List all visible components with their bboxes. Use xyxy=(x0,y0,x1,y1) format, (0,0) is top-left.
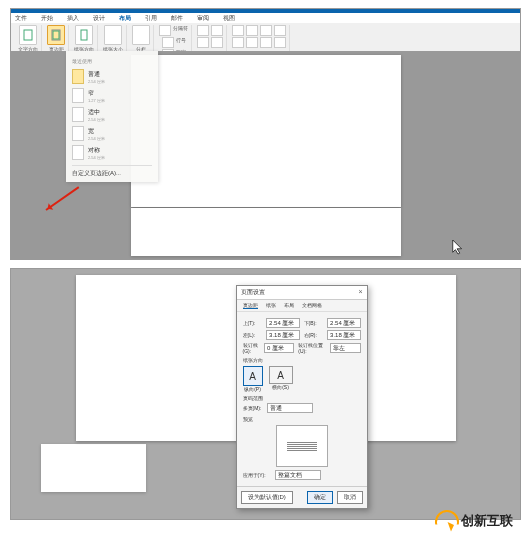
pages-section-label: 页码范围 xyxy=(243,395,361,401)
watermark-text: 创新互联 xyxy=(461,512,513,528)
tab-insert[interactable]: 插入 xyxy=(67,14,79,23)
margin-preview-icon xyxy=(72,126,84,141)
orientation-button[interactable] xyxy=(75,25,93,45)
ribbon-group-orientation: 纸张方向 xyxy=(71,25,98,53)
watermark: 创新互联 xyxy=(435,510,513,528)
margin-preview-icon xyxy=(72,88,84,103)
margin-option-wide[interactable]: 宽2.54 厘米 xyxy=(72,124,152,143)
top-margin-label: 上(T): xyxy=(243,320,263,326)
cancel-button[interactable]: 取消 xyxy=(337,491,363,504)
margins-dropdown-menu: 最近使用 普通2.54 厘米 窄1.27 厘米 适中2.54 厘米 宽2.54 … xyxy=(66,51,158,182)
ribbon-group-para xyxy=(194,25,227,53)
group-button[interactable] xyxy=(260,37,272,48)
margin-option-mirrored[interactable]: 对称2.54 厘米 xyxy=(72,143,152,162)
set-default-button[interactable]: 设为默认值(D) xyxy=(241,491,293,504)
ribbon-group-text-dir: 文字方向 xyxy=(15,25,42,53)
tab-mail[interactable]: 邮件 xyxy=(171,14,183,23)
dialog-footer: 设为默认值(D) 确定 取消 xyxy=(237,486,367,508)
breaks-button[interactable] xyxy=(159,25,171,36)
screenshot-2: 页面设置 × 页边距 纸张 布局 文档网格 上(T): 2.54 厘米 下(B)… xyxy=(10,268,521,520)
multi-page-label: 多页(M): xyxy=(243,405,263,411)
margin-option-custom[interactable]: 自定义页边距(A)... xyxy=(72,165,152,178)
ok-button[interactable]: 确定 xyxy=(307,491,333,504)
apply-to-select[interactable]: 整篇文档 xyxy=(275,470,321,480)
left-margin-label: 左(L): xyxy=(243,332,263,338)
screenshot-1: 文件 开始 插入 设计 布局 引用 邮件 审阅 视图 文字方向 页边距 纸张方向… xyxy=(10,8,521,260)
indent-left-button[interactable] xyxy=(197,25,209,36)
multi-page-select[interactable]: 普通 xyxy=(267,403,313,413)
indent-right-button[interactable] xyxy=(211,25,223,36)
backward-button[interactable] xyxy=(274,25,286,36)
left-margin-input[interactable]: 3.18 厘米 xyxy=(266,330,299,340)
ribbon-group-breaks: 分隔符 行号 断字 xyxy=(156,25,192,53)
svg-rect-3 xyxy=(81,30,87,40)
preview-box xyxy=(276,425,328,467)
gutter-pos-select[interactable]: 靠左 xyxy=(330,343,360,353)
rotate-button[interactable] xyxy=(274,37,286,48)
document-page-2[interactable] xyxy=(131,208,401,256)
wrap-button[interactable] xyxy=(246,25,258,36)
dialog-body: 上(T): 2.54 厘米 下(B): 2.54 厘米 左(L): 3.18 厘… xyxy=(237,312,367,486)
paper-size-button[interactable] xyxy=(104,25,122,45)
tab-file[interactable]: 文件 xyxy=(15,14,27,23)
selection-pane-button[interactable] xyxy=(232,37,244,48)
forward-button[interactable] xyxy=(260,25,272,36)
orientation-landscape[interactable]: A横向(S) xyxy=(269,366,293,392)
margin-option-moderate[interactable]: 适中2.54 厘米 xyxy=(72,105,152,124)
spacing-before-button[interactable] xyxy=(197,37,209,48)
text-direction-button[interactable] xyxy=(19,25,37,45)
tab-design[interactable]: 设计 xyxy=(93,14,105,23)
dialog-tab-layout[interactable]: 布局 xyxy=(284,302,294,309)
document-page-2-s2[interactable] xyxy=(41,444,146,492)
margin-option-narrow[interactable]: 窄1.27 厘米 xyxy=(72,86,152,105)
margin-preview-icon xyxy=(72,107,84,122)
tab-review[interactable]: 审阅 xyxy=(197,14,209,23)
bottom-margin-label: 下(B): xyxy=(304,320,324,326)
tab-view[interactable]: 视图 xyxy=(223,14,235,23)
ribbon-group-arrange xyxy=(229,25,290,53)
apply-to-label: 应用于(Y): xyxy=(243,472,271,478)
right-margin-label: 右(R): xyxy=(304,332,324,338)
top-margin-input[interactable]: 2.54 厘米 xyxy=(266,318,299,328)
ribbon-group-size: 纸张大小 xyxy=(100,25,127,53)
menu-section-label: 最近使用 xyxy=(72,58,152,64)
margin-preview-icon xyxy=(72,69,84,84)
ribbon-group-columns: 分栏 xyxy=(129,25,154,53)
bottom-margin-input[interactable]: 2.54 厘米 xyxy=(327,318,360,328)
tab-references[interactable]: 引用 xyxy=(145,14,157,23)
margin-option-normal[interactable]: 普通2.54 厘米 xyxy=(72,67,152,86)
ribbon-tabs: 文件 开始 插入 设计 布局 引用 邮件 审阅 视图 xyxy=(11,13,520,23)
orientation-section-label: 纸张方向 xyxy=(243,357,361,363)
page-setup-dialog: 页面设置 × 页边距 纸张 布局 文档网格 上(T): 2.54 厘米 下(B)… xyxy=(236,285,368,509)
preview-section-label: 预览 xyxy=(243,416,361,422)
gutter-pos-label: 装订线位置(U): xyxy=(298,342,326,354)
align-button[interactable] xyxy=(246,37,258,48)
close-button[interactable]: × xyxy=(358,288,362,297)
dialog-tab-paper[interactable]: 纸张 xyxy=(266,302,276,309)
dialog-tabs: 页边距 纸张 布局 文档网格 xyxy=(237,300,367,312)
dialog-tab-grid[interactable]: 文档网格 xyxy=(302,302,322,309)
dialog-tab-margins[interactable]: 页边距 xyxy=(243,302,258,309)
document-page-s2[interactable]: 页面设置 × 页边距 纸张 布局 文档网格 上(T): 2.54 厘米 下(B)… xyxy=(76,275,456,441)
document-page[interactable] xyxy=(131,55,401,207)
gutter-label: 装订线(G): xyxy=(243,342,260,354)
position-button[interactable] xyxy=(232,25,244,36)
margins-button[interactable] xyxy=(47,25,65,45)
margin-preview-icon xyxy=(72,145,84,160)
gutter-input[interactable]: 0 厘米 xyxy=(264,343,294,353)
ribbon-group-margins: 页边距 xyxy=(44,25,69,53)
svg-rect-0 xyxy=(24,30,32,40)
tab-home[interactable]: 开始 xyxy=(41,14,53,23)
tab-layout[interactable]: 布局 xyxy=(119,14,131,23)
cursor-icon xyxy=(451,238,465,256)
watermark-logo-icon xyxy=(435,510,457,528)
right-margin-input[interactable]: 3.18 厘米 xyxy=(327,330,360,340)
spacing-after-button[interactable] xyxy=(211,37,223,48)
orientation-portrait[interactable]: A纵向(P) xyxy=(243,366,263,392)
columns-button[interactable] xyxy=(132,25,150,45)
dialog-title-bar: 页面设置 × xyxy=(237,286,367,300)
workspace-2: 页面设置 × 页边距 纸张 布局 文档网格 上(T): 2.54 厘米 下(B)… xyxy=(11,269,520,519)
line-numbers-button[interactable] xyxy=(162,37,174,48)
svg-rect-2 xyxy=(53,31,59,39)
dialog-title: 页面设置 xyxy=(241,288,265,297)
